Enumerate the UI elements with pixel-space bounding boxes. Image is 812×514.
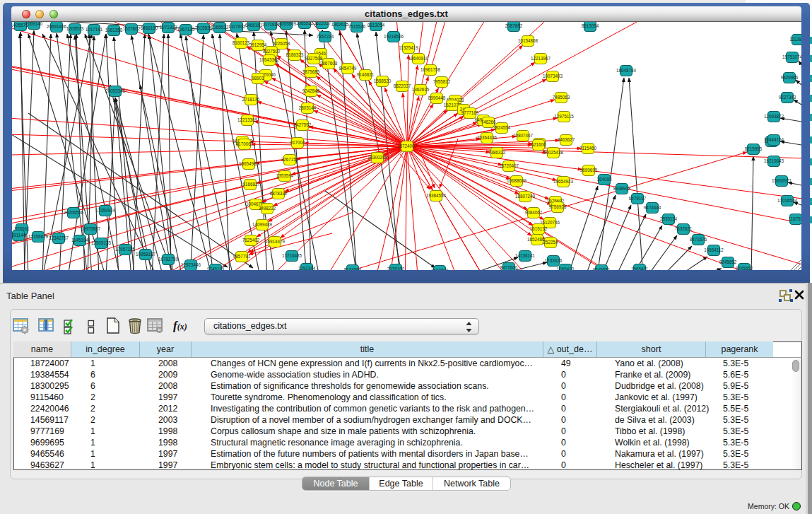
- svg-text:2087682: 2087682: [505, 23, 523, 28]
- svg-text:1067135: 1067135: [177, 27, 195, 32]
- svg-text:16053809: 16053809: [276, 22, 297, 26]
- svg-text:116753: 116753: [789, 216, 801, 221]
- svg-text:1065532: 1065532: [296, 22, 314, 25]
- svg-text:18640910: 18640910: [408, 56, 429, 61]
- svg-text:1362615: 1362615: [412, 87, 430, 92]
- svg-text:9327508: 9327508: [305, 56, 323, 61]
- svg-text:10543362: 10543362: [259, 57, 280, 62]
- svg-text:9463627: 9463627: [558, 137, 575, 142]
- svg-text:9327500: 9327500: [263, 49, 281, 54]
- svg-text:917004: 917004: [290, 140, 305, 145]
- svg-text:8160123: 8160123: [233, 40, 250, 45]
- svg-text:19654985: 19654985: [239, 161, 259, 166]
- svg-text:8990448: 8990448: [428, 95, 446, 100]
- svg-text:1065410: 1065410: [557, 267, 575, 270]
- svg-text:15692971: 15692971: [772, 178, 792, 183]
- svg-text:12213967: 12213967: [531, 56, 551, 61]
- svg-text:2803144: 2803144: [299, 105, 317, 110]
- svg-text:3824554: 3824554: [493, 125, 511, 130]
- svg-text:8471676: 8471676: [690, 237, 707, 242]
- svg-text:12975115: 12975115: [554, 114, 574, 119]
- svg-text:8427552: 8427552: [294, 122, 312, 127]
- svg-text:16961758: 16961758: [420, 67, 441, 72]
- svg-text:1327602: 1327602: [228, 24, 246, 29]
- svg-text:12213369: 12213369: [237, 117, 258, 122]
- svg-text:7485063: 7485063: [553, 95, 570, 100]
- svg-text:9084067: 9084067: [525, 210, 543, 215]
- svg-text:17957225: 17957225: [115, 247, 136, 252]
- svg-text:9857791: 9857791: [233, 254, 251, 259]
- svg-text:3875685: 3875685: [302, 69, 320, 74]
- svg-text:16782759: 16782759: [158, 257, 179, 262]
- svg-text:2069140: 2069140: [25, 22, 43, 26]
- svg-text:8471600: 8471600: [500, 265, 518, 270]
- svg-text:3912954: 3912954: [249, 42, 267, 47]
- svg-text:16914479: 16914479: [265, 239, 286, 244]
- svg-text:8613054: 8613054: [582, 23, 599, 28]
- svg-text:7515526: 7515526: [195, 25, 213, 30]
- svg-text:8215955: 8215955: [745, 146, 763, 151]
- svg-text:1065411: 1065411: [631, 267, 649, 270]
- svg-text:2935114: 2935114: [660, 216, 678, 221]
- svg-text:1733426: 1733426: [545, 258, 563, 263]
- svg-text:7357224: 7357224: [317, 34, 334, 39]
- svg-text:11325419: 11325419: [399, 45, 418, 50]
- svg-text:9245651: 9245651: [593, 267, 611, 270]
- svg-text:7955812: 7955812: [433, 79, 451, 84]
- svg-text:10973493: 10973493: [543, 74, 563, 78]
- svg-text:1145194: 1145194: [71, 238, 89, 243]
- svg-text:19166827: 19166827: [240, 182, 261, 187]
- svg-text:5226058: 5226058: [273, 41, 290, 46]
- svg-text:12156829: 12156829: [28, 234, 49, 239]
- svg-text:10958187: 10958187: [136, 252, 156, 257]
- svg-text:18807249: 18807249: [515, 194, 536, 199]
- svg-text:2867608: 2867608: [320, 61, 338, 66]
- svg-text:8454749: 8454749: [339, 66, 357, 71]
- svg-text:8813054: 8813054: [367, 23, 385, 28]
- svg-text:19384554: 19384554: [426, 193, 447, 198]
- svg-text:8822037: 8822037: [394, 83, 411, 88]
- svg-text:9777169: 9777169: [461, 110, 479, 115]
- svg-text:7632600: 7632600: [431, 268, 449, 270]
- svg-text:20364436: 20364436: [477, 135, 498, 140]
- svg-text:8878332: 8878332: [270, 191, 288, 196]
- svg-text:15751074: 15751074: [782, 54, 801, 59]
- svg-text:14099489: 14099489: [252, 222, 273, 227]
- svg-text:9699695: 9699695: [580, 168, 598, 173]
- svg-text:9474444: 9474444: [644, 205, 661, 210]
- svg-text:1588520: 1588520: [374, 78, 392, 83]
- svg-text:9115460: 9115460: [579, 146, 597, 151]
- svg-text:9329966: 9329966: [781, 75, 799, 80]
- svg-text:8134564: 8134564: [344, 267, 362, 270]
- svg-text:1017191: 1017191: [86, 27, 103, 32]
- svg-text:13716485: 13716485: [282, 253, 302, 258]
- svg-text:12505135: 12505135: [91, 240, 112, 245]
- svg-text:1292344: 1292344: [298, 266, 316, 270]
- svg-text:17016504: 17016504: [777, 198, 798, 203]
- svg-text:2718176: 2718176: [242, 97, 260, 102]
- svg-text:7386322: 7386322: [488, 150, 506, 155]
- svg-text:621600: 621600: [531, 142, 546, 147]
- svg-text:10975887: 10975887: [81, 226, 101, 231]
- svg-text:20206556: 20206556: [64, 210, 84, 215]
- svg-text:17359924: 17359924: [95, 208, 116, 213]
- svg-text:18724007: 18724007: [397, 144, 418, 148]
- svg-text:9756928: 9756928: [549, 204, 567, 209]
- svg-text:10807467: 10807467: [513, 133, 534, 138]
- svg-text:18720407: 18720407: [499, 163, 519, 168]
- svg-text:4170061: 4170061: [236, 141, 254, 146]
- svg-text:9245652: 9245652: [719, 259, 737, 264]
- svg-text:1065532: 1065532: [211, 25, 229, 30]
- svg-text:164095: 164095: [596, 177, 612, 182]
- svg-text:391144: 391144: [12, 233, 26, 238]
- svg-text:20691406: 20691406: [47, 24, 67, 29]
- svg-text:1061358: 1061358: [105, 28, 123, 33]
- svg-text:1112844: 1112844: [789, 37, 801, 42]
- svg-text:1205573: 1205573: [66, 26, 84, 31]
- svg-text:12444154: 12444154: [764, 137, 784, 142]
- svg-text:19654923: 19654923: [553, 179, 574, 184]
- svg-text:98901: 98901: [252, 76, 264, 81]
- svg-text:3822037: 3822037: [314, 22, 331, 25]
- svg-text:16648784: 16648784: [616, 68, 637, 73]
- svg-text:12342757: 12342757: [49, 235, 69, 240]
